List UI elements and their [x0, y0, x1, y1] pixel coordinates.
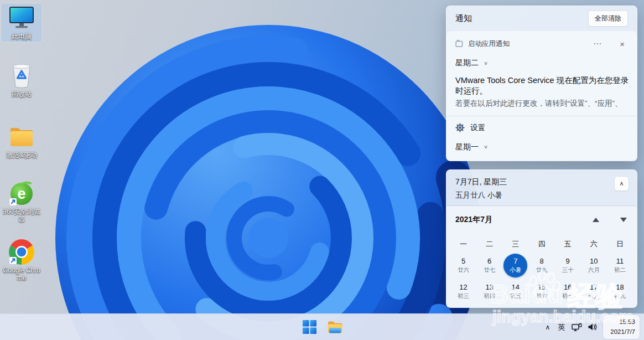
startup-app-icon	[455, 40, 463, 48]
tray-time: 15:53	[619, 317, 635, 327]
shortcut-arrow-icon	[9, 257, 17, 264]
calendar-month-label: 2021年7月	[455, 215, 593, 225]
calendar-day[interactable]: 11初二	[607, 253, 633, 279]
notification-header: 通知 全部清除	[446, 6, 637, 31]
calendar-day[interactable]: 12初三	[450, 279, 476, 305]
notification-title: 通知	[455, 13, 472, 24]
calendar-day[interactable]: 6廿七	[476, 253, 502, 279]
notification-app-name: 启动应用通知	[468, 39, 593, 49]
notification-message-title: VMware Tools Core Service 现在配置为在您登录时运行。	[455, 75, 630, 97]
network-icon[interactable]	[569, 317, 584, 337]
chevron-down-icon: ∨	[484, 60, 488, 66]
desktop-icon-folder[interactable]: 激活&驱动	[1, 122, 42, 161]
calendar-lunar-subtitle: 五月廿八 小暑	[455, 190, 628, 200]
desktop-icon-google-chrome[interactable]: Google Chrome	[1, 237, 42, 284]
calendar-date-title: 7月7日, 星期三	[455, 177, 628, 187]
calendar-day[interactable]: 15初六	[528, 279, 554, 305]
calendar-day-selected[interactable]: 7小暑	[502, 253, 528, 279]
svg-text:e: e	[17, 186, 25, 202]
chevron-down-icon: ∨	[484, 145, 488, 150]
file-explorer-button[interactable]	[324, 316, 346, 338]
tray-show-hidden-icons[interactable]: ∧	[541, 317, 554, 337]
close-icon[interactable]: ×	[620, 39, 625, 49]
360-browser-icon: e	[8, 180, 35, 207]
calendar-week-row: 12初三 13初四 14初五 15初六 16初七 17初八 18初九	[450, 279, 633, 305]
desktop-icon-label: 此电脑	[12, 33, 32, 40]
file-explorer-icon	[328, 321, 342, 334]
desktop-icon-label: Google Chrome	[2, 266, 41, 282]
calendar-day[interactable]: 16初七	[555, 279, 581, 305]
tray-date: 2021/7/7	[610, 327, 635, 337]
calendar-week-row: 5廿六 6廿七 7小暑 8廿九 9三十 10六月 11初二	[450, 253, 633, 279]
ime-language-indicator[interactable]: 英	[554, 317, 569, 337]
desktop-icon-label: 激活&驱动	[6, 151, 37, 159]
calendar-header: 7月7日, 星期三 五月廿八 小暑 ∧	[446, 170, 637, 205]
month-previous-button[interactable]	[593, 218, 599, 222]
calendar-day[interactable]: 14初五	[502, 279, 528, 305]
day-group-toggle-tuesday[interactable]: 星期二 ∨	[455, 58, 628, 68]
desktop-icon-label: 360安全浏览器	[2, 208, 41, 223]
notification-app-row[interactable]: 启动应用通知 ⋯ ×	[455, 38, 628, 50]
more-options-icon[interactable]: ⋯	[593, 39, 602, 49]
calendar-day[interactable]: 5廿六	[450, 253, 476, 279]
calendar-day[interactable]: 9三十	[555, 253, 581, 279]
volume-icon[interactable]	[584, 317, 600, 337]
settings-notification-row[interactable]: 设置	[455, 123, 628, 133]
start-button[interactable]	[298, 316, 320, 338]
clock-tray-button[interactable]: 15:53 2021/7/7	[603, 315, 640, 339]
gear-icon	[455, 123, 465, 132]
calendar-body: 2021年7月 一 二 三 四 五 六 日 5廿六 6廿七 7小暑 8廿九 9	[446, 206, 637, 307]
desktop-icon-label: 回收站	[12, 90, 32, 98]
this-pc-icon	[8, 5, 35, 32]
calendar-day[interactable]: 13初四	[476, 279, 502, 305]
notification-center-panel: 通知 全部清除 启动应用通知 ⋯ × 星期二 ∨ VMware Tools Co…	[446, 6, 637, 161]
folder-icon	[8, 123, 35, 150]
calendar-day[interactable]: 18初九	[607, 279, 633, 305]
day-group-toggle-monday[interactable]: 星期一 ∨	[455, 142, 628, 152]
desktop-icon-this-pc[interactable]: 此电脑	[1, 3, 42, 42]
calendar-collapse-button[interactable]: ∧	[614, 176, 629, 191]
notification-card: 启动应用通知 ⋯ × 星期二 ∨ VMware Tools Core Servi…	[446, 31, 637, 161]
calendar-panel: 7月7日, 星期三 五月廿八 小暑 ∧ 2021年7月 一 二 三 四 五 六 …	[446, 169, 637, 308]
taskbar: ∧ 英 15:53 2021/7/7	[0, 313, 644, 340]
month-next-button[interactable]	[620, 218, 627, 222]
weekday-row: 一 二 三 四 五 六 日	[450, 238, 633, 251]
windows-logo-icon	[303, 320, 316, 334]
calendar-day[interactable]: 8廿九	[528, 253, 554, 279]
notification-message-body: 若要在以后对此进行更改，请转到“设置”、“应用”、	[455, 99, 628, 109]
settings-app-name: 设置	[470, 123, 485, 133]
google-chrome-icon	[8, 239, 35, 265]
calendar-day[interactable]: 10六月	[581, 253, 607, 279]
calendar-day[interactable]: 17初八	[581, 279, 607, 305]
recycle-bin-icon	[8, 63, 35, 89]
shortcut-arrow-icon	[9, 198, 17, 205]
calendar-grid: 一 二 三 四 五 六 日 5廿六 6廿七 7小暑 8廿九 9三十 10六月 1…	[450, 238, 633, 305]
desktop-icon-recycle-bin[interactable]: 回收站	[1, 61, 42, 100]
desktop-icon-360-browser[interactable]: e 360安全浏览器	[1, 178, 42, 225]
clear-all-button[interactable]: 全部清除	[588, 11, 628, 27]
divider	[446, 116, 637, 116]
